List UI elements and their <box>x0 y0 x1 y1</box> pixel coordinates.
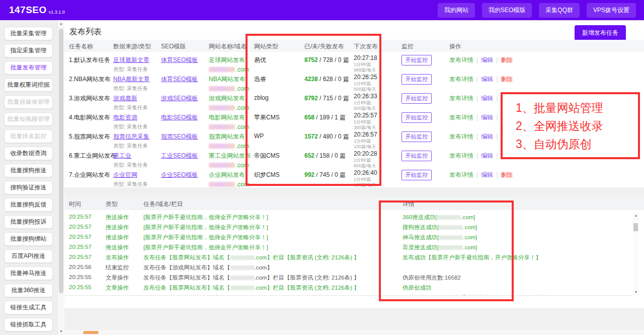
col-seo-template: SEO模版 <box>161 42 186 51</box>
app-version: v1.3.1.0 <box>49 10 65 15</box>
delete-link[interactable]: 删除 <box>501 56 513 63</box>
publish-detail-link[interactable]: 发布详情 <box>449 76 473 83</box>
nav-seo-templates-button[interactable]: 我的SEO模版 <box>482 3 532 18</box>
scroll-down-icon[interactable]: ▼ <box>58 329 64 333</box>
sidebar-item-link-grab[interactable]: 链接抓取工具 <box>4 318 53 331</box>
annotation-line: 1、批量网站管理 <box>516 99 638 117</box>
log-detail: 神马推送成功[.com] <box>403 234 631 241</box>
scroll-up-icon[interactable]: ▲ <box>58 22 64 25</box>
start-monitor-button[interactable]: 开始监控 <box>401 55 432 65</box>
col-type: 类型 <box>106 200 118 209</box>
publish-detail-link[interactable]: 发布详情 <box>449 171 473 178</box>
template-link[interactable]: 股票SEO模板 <box>161 132 198 141</box>
source-link[interactable]: 重工业 <box>113 152 148 160</box>
log-detail: 360推送成功[.com] <box>403 214 631 221</box>
publish-detail-link[interactable]: 发布详情 <box>449 95 473 102</box>
publish-stats: 658 / 189 / 1 篇 <box>304 113 346 122</box>
edit-link[interactable]: 编辑 <box>481 133 493 140</box>
template-link[interactable]: 体育SEO模板 <box>161 75 198 84</box>
nav-my-sites-button[interactable]: 我的网站 <box>438 3 475 18</box>
sidebar-item-video-manage[interactable]: 批量短视频管理 <box>4 112 53 126</box>
source-link[interactable]: 足球最新文章 <box>113 56 149 64</box>
source-link[interactable]: 股票信息采集 <box>113 132 149 141</box>
source-link[interactable]: 电影资源 <box>113 113 148 122</box>
edit-link[interactable]: 编辑 <box>481 95 493 102</box>
start-monitor-button[interactable]: 开始监控 <box>401 93 432 104</box>
source-link[interactable]: NBA最新文章 <box>113 75 150 84</box>
start-monitor-button[interactable]: 开始监控 <box>401 74 432 85</box>
nav-qq-group-button[interactable]: 采集QQ群 <box>539 3 580 18</box>
source-link[interactable]: 企业官网 <box>113 171 148 179</box>
sidebar-item-sogou-bind[interactable]: 批量搜狗绑站 <box>4 232 53 246</box>
sidebar-item-sogou-complaint[interactable]: 批量搜狗投诉 <box>4 215 53 229</box>
log-detail: 开始发布【股票开户新手避坑指南，低佣金开户攻略分享！】 <box>403 294 631 296</box>
nav-vps-settings-button[interactable]: VPS拨号设置 <box>587 3 636 18</box>
sidebar-item-sogou-feedback[interactable]: 批量搜狗反馈 <box>4 198 53 212</box>
start-monitor-button[interactable]: 开始监控 <box>401 131 432 142</box>
sidebar-item-batch-collect[interactable]: 批量采集管理 <box>4 27 53 40</box>
template-link[interactable]: 电影SEO模板 <box>161 113 198 122</box>
start-monitor-button[interactable]: 开始监控 <box>401 112 432 123</box>
sidebar-item-link-generate[interactable]: 链接生成工具 <box>4 301 53 314</box>
edit-link[interactable]: 编辑 <box>481 76 493 83</box>
new-publish-task-button[interactable]: 新增发布任务 <box>575 25 626 41</box>
cms-type: WP <box>254 132 264 140</box>
log-scrollbar-thumb[interactable] <box>633 223 638 231</box>
log-task: [股票开户新手避坑指南，低佣金开户攻略分享！] <box>143 214 397 221</box>
sidebar-item-360-push[interactable]: 批量360推送 <box>4 284 53 297</box>
log-row: 20:25:55 文章操作 发布任务【股票网站发布】域名【.com】栏目【股票资… <box>64 273 639 283</box>
sidebar-item-sogou-verify-push[interactable]: 搜狗验证推送 <box>4 181 53 194</box>
template-link[interactable]: 工业SEO模板 <box>161 152 198 160</box>
censored-domain <box>230 286 255 290</box>
censored-domain <box>437 215 461 220</box>
next-publish: 20:27:181分钟/篇988篇/每天 <box>354 54 377 73</box>
log-task: [股票开户新手避坑指南，低佣金开户攻略分享！] <box>143 224 397 231</box>
sidebar-item-assigned-collect[interactable]: 指定采集管理 <box>4 44 53 57</box>
template-link[interactable]: 游戏SEO模板 <box>161 94 198 103</box>
edit-link[interactable]: 编辑 <box>481 171 493 178</box>
task-name: 1.默认发布任务 <box>69 56 110 64</box>
delete-link[interactable]: 删除 <box>501 76 513 83</box>
site-name: 电影网站发布 <box>209 113 249 122</box>
site-name: 游戏网站发布 <box>209 94 249 103</box>
edit-link[interactable]: 编辑 <box>481 152 493 159</box>
top-bar: 147SEO v1.3.1.0 我的网站 我的SEO模版 采集QQ群 VPS拨号… <box>0 0 644 20</box>
cms-type: zblog <box>254 94 269 101</box>
log-type: 文章操作 <box>106 284 129 292</box>
table-row: 7.企业网站发布 企业官网类型: 采集任务 企业SEO模板 企业网站发布.com… <box>64 167 644 186</box>
task-name: 5.股票网站发布 <box>69 132 110 141</box>
log-detail: 百度推送成功[.com] <box>403 244 631 251</box>
col-monitor: 监控 <box>401 42 414 51</box>
sidebar-item-media-manage[interactable]: 批量自媒体管理 <box>4 95 53 109</box>
horizontal-scrollbar-thumb[interactable] <box>83 331 99 334</box>
template-link[interactable]: 企业SEO模板 <box>161 171 198 179</box>
scroll-up-icon[interactable]: ▲ <box>633 214 639 217</box>
sidebar-item-batch-publish[interactable]: 批量发布管理 <box>4 61 53 75</box>
sidebar-item-rank-monitor[interactable]: 批量排名监控 <box>4 129 53 143</box>
col-site-domain: 网站名称/域名 <box>209 42 247 51</box>
publish-detail-link[interactable]: 发布详情 <box>449 56 473 63</box>
delete-link[interactable]: 删除 <box>501 171 513 178</box>
sidebar-item-baidu-api-push[interactable]: 百度API推送 <box>4 249 53 263</box>
sidebar-item-index-query[interactable]: 收录数据查询 <box>4 147 53 160</box>
sidebar-item-shenma-push[interactable]: 批量神马推送 <box>4 266 53 280</box>
log-task: 发布任务【游戏网站发布】域名【.com】 <box>143 264 397 272</box>
sidebar-scrollbar-thumb[interactable] <box>59 29 63 293</box>
publish-detail-link[interactable]: 发布详情 <box>449 152 473 159</box>
publish-detail-link[interactable]: 发布详情 <box>449 133 473 140</box>
log-row: 20:25:56 结束监控 发布任务【游戏网站发布】域名【.com】 <box>64 262 639 273</box>
log-type: 文章操作 <box>106 274 129 282</box>
sidebar-item-sogou-push[interactable]: 批量搜狗推送 <box>4 164 53 177</box>
edit-link[interactable]: 编辑 <box>481 114 493 121</box>
template-link[interactable]: 体育SEO模板 <box>161 56 198 64</box>
edit-link[interactable]: 编辑 <box>481 56 493 63</box>
scroll-down-icon[interactable]: ▼ <box>633 290 639 294</box>
site-name: NBA网站发布 <box>209 75 249 84</box>
log-row: 20:25:55 发布操作 发布任务【股票网站发布】域名【.com】栏目【SEO… <box>64 293 639 296</box>
source-link[interactable]: 游戏最新 <box>113 94 148 103</box>
start-monitor-button[interactable]: 开始监控 <box>401 170 432 180</box>
log-type: 推送操作 <box>106 244 129 251</box>
publish-detail-link[interactable]: 发布详情 <box>449 114 473 121</box>
sidebar-item-keyword-mining[interactable]: 批量权重词挖掘 <box>4 78 53 92</box>
start-monitor-button[interactable]: 开始监控 <box>401 151 432 161</box>
